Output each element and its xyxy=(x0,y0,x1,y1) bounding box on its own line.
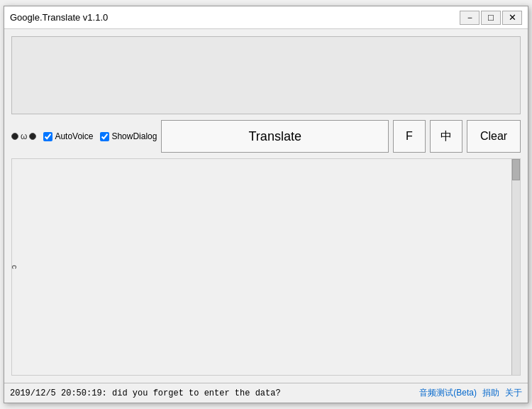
lang-cn-button[interactable]: 中 xyxy=(430,120,462,153)
dot-icon-2 xyxy=(29,133,36,140)
showdialog-label: ShowDialog xyxy=(111,131,157,141)
omega-icon: ω xyxy=(21,131,27,141)
window-title: Google.Translate v1.1.0 xyxy=(10,12,108,23)
status-text: 2019/12/5 20:50:19: did you forget to en… xyxy=(10,388,281,398)
main-content: ω AutoVoice ShowDialog Translate F 中 xyxy=(4,29,528,383)
output-area: c xyxy=(11,158,521,376)
close-button[interactable]: ✕ xyxy=(502,11,522,25)
scrollbar[interactable] xyxy=(511,159,520,375)
title-buttons: － □ ✕ xyxy=(460,11,522,25)
main-window: Google.Translate v1.1.0 － □ ✕ ω AutoVoic… xyxy=(4,6,528,403)
controls-row: ω AutoVoice ShowDialog Translate F 中 xyxy=(11,120,521,153)
clear-button[interactable]: Clear xyxy=(467,120,521,153)
status-bar: 2019/12/5 20:50:19: did you forget to en… xyxy=(4,383,528,403)
title-bar: Google.Translate v1.1.0 － □ ✕ xyxy=(4,6,528,29)
showdialog-checkbox-label[interactable]: ShowDialog xyxy=(100,131,157,141)
dot-icon-1 xyxy=(11,133,18,140)
maximize-button[interactable]: □ xyxy=(481,11,501,25)
status-links: 音频测试(Beta) 捐助 关于 xyxy=(419,387,522,399)
checkboxes: AutoVoice ShowDialog xyxy=(43,131,157,141)
translate-button[interactable]: Translate xyxy=(161,120,389,153)
about-link[interactable]: 关于 xyxy=(505,387,522,399)
autovoice-checkbox[interactable] xyxy=(43,132,52,141)
autovoice-label: AutoVoice xyxy=(55,131,93,141)
autovoice-checkbox-label[interactable]: AutoVoice xyxy=(43,131,93,141)
audio-test-link[interactable]: 音频测试(Beta) xyxy=(419,387,477,399)
showdialog-checkbox[interactable] xyxy=(100,132,109,141)
donate-link[interactable]: 捐助 xyxy=(482,387,499,399)
minimize-button[interactable]: － xyxy=(460,11,480,25)
side-label: c xyxy=(11,265,19,269)
lang-f-button[interactable]: F xyxy=(393,120,426,153)
input-area[interactable] xyxy=(11,36,521,114)
icon-dots: ω xyxy=(11,131,36,141)
scrollbar-thumb[interactable] xyxy=(512,159,520,180)
